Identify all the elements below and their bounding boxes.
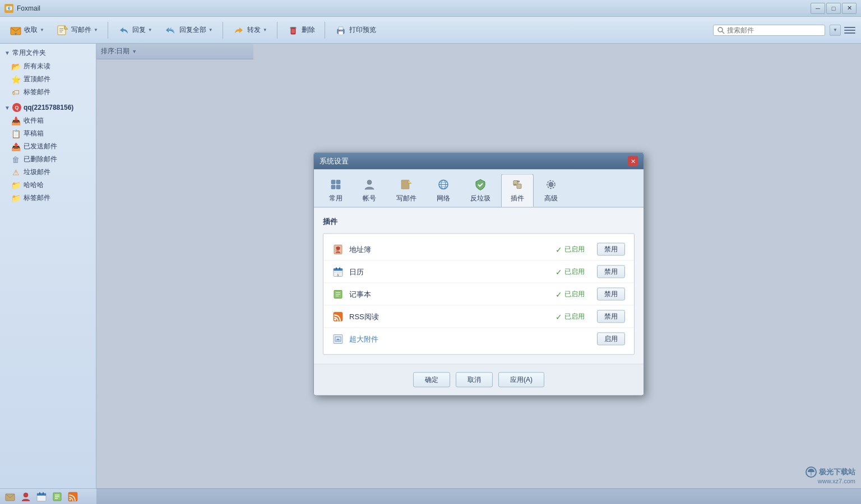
tab-network[interactable]: 网络 — [427, 174, 460, 207]
plugin-item-bigmail: 超大附件 启用 — [323, 328, 634, 350]
rss-icon — [332, 311, 344, 322]
check-icon: ✓ — [556, 290, 562, 298]
sidebar-item-junk[interactable]: ⚠ 垃圾邮件 — [0, 166, 96, 179]
svg-rect-60 — [43, 492, 44, 494]
reply-all-icon — [165, 24, 177, 36]
common-folders-header[interactable]: ▼ 常用文件夹 — [0, 46, 96, 60]
custom-folder-icon: 📁 — [11, 181, 20, 189]
svg-rect-19 — [331, 185, 335, 189]
sidebar-item-starred-label: 置顶邮件 — [24, 74, 50, 84]
plugin-calendar-status: ✓ 已启用 — [556, 267, 585, 277]
check-icon: ✓ — [556, 245, 562, 254]
delete-icon — [287, 24, 299, 36]
compose-tab-icon — [400, 178, 413, 192]
status-inbox-icon[interactable] — [4, 491, 16, 502]
sidebar-item-drafts[interactable]: 📋 草稿箱 — [0, 127, 96, 140]
settings-tab-bar: 常用 帐号 — [314, 170, 644, 208]
account-name: qq(2215788156) — [24, 104, 73, 111]
modal-titlebar: 系统设置 ✕ — [314, 153, 644, 170]
search-dropdown-button[interactable]: ▼ — [830, 25, 841, 36]
plugin-bigmail-enable-button[interactable]: 启用 — [597, 333, 625, 346]
sidebar-item-starred[interactable]: ⭐ 置顶邮件 — [0, 73, 96, 86]
tab-account[interactable]: 帐号 — [353, 174, 386, 207]
general-tab-icon — [329, 178, 342, 192]
delete-button[interactable]: 删除 — [282, 21, 320, 39]
search-input[interactable] — [727, 26, 811, 34]
settings-dialog: 系统设置 ✕ 常用 — [313, 152, 644, 396]
chevron-down-icon: ▼ — [833, 27, 837, 32]
app-icon: 📧 — [4, 4, 13, 13]
sidebar-item-deleted[interactable]: 🗑 已删除邮件 — [0, 153, 96, 166]
sidebar-item-labels[interactable]: 📁 标签邮件 — [0, 192, 96, 204]
toolbar-sep-1 — [108, 22, 108, 39]
svg-rect-40 — [334, 268, 342, 270]
sidebar-item-tagged[interactable]: 🏷 标签邮件 — [0, 86, 96, 99]
svg-point-50 — [334, 318, 336, 320]
svg-point-15 — [718, 27, 723, 32]
search-icon — [717, 26, 725, 34]
status-calendar-icon[interactable] — [36, 491, 47, 502]
apply-button[interactable]: 应用(A) — [498, 372, 544, 388]
modal-close-button[interactable]: ✕ — [628, 156, 638, 166]
print-button[interactable]: 打印预览 — [330, 21, 381, 39]
receive-button[interactable]: 收取 ▼ — [4, 21, 49, 39]
svg-rect-58 — [37, 493, 46, 496]
tab-general[interactable]: 常用 — [320, 174, 352, 207]
tab-advanced[interactable]: 高级 — [535, 174, 567, 207]
tab-general-label: 常用 — [329, 194, 342, 203]
common-folders-section: ▼ 常用文件夹 📂 所有未读 ⭐ 置顶邮件 🏷 标签邮件 — [0, 44, 96, 101]
sidebar-item-sent[interactable]: 📤 已发送邮件 — [0, 140, 96, 153]
plugin-item-rss: RSS阅读 ✓ 已启用 禁用 — [323, 306, 634, 328]
sidebar-item-inbox[interactable]: 📥 收件箱 — [0, 114, 96, 127]
sidebar-item-junk-label: 垃圾邮件 — [24, 167, 50, 177]
sidebar-item-tagged-label: 标签邮件 — [24, 87, 50, 97]
tab-plugins[interactable]: 插件 — [501, 174, 534, 207]
plugin-rss-disable-button[interactable]: 禁用 — [597, 310, 625, 323]
reply-all-button[interactable]: 回复全部 ▼ — [160, 21, 218, 39]
tab-compose[interactable]: 写邮件 — [387, 174, 426, 207]
ok-button[interactable]: 确定 — [413, 372, 450, 388]
menu-button[interactable] — [843, 24, 857, 37]
plugin-calendar-disable-button[interactable]: 禁用 — [597, 265, 625, 278]
svg-line-16 — [722, 31, 724, 34]
svg-rect-13 — [339, 31, 343, 35]
plugin-bigmail-name: 超大附件 — [349, 334, 579, 344]
reply-button[interactable]: 回复 ▼ — [113, 21, 158, 39]
compose-button[interactable]: 写邮件 ▼ — [52, 21, 103, 39]
main-layout: ▼ 常用文件夹 📂 所有未读 ⭐ 置顶邮件 🏷 标签邮件 ▼ Q qq(2215… — [0, 44, 861, 504]
minimize-button[interactable]: ─ — [811, 3, 825, 14]
shield-tab-icon — [474, 178, 487, 192]
star-folder-icon: ⭐ — [11, 76, 20, 83]
labels-folder-icon: 📁 — [11, 194, 20, 202]
cancel-button[interactable]: 取消 — [456, 372, 493, 388]
plugin-addressbook-disable-button[interactable]: 禁用 — [597, 243, 625, 256]
tab-antispam[interactable]: 反垃圾 — [461, 174, 500, 207]
tab-plugins-label: 插件 — [511, 194, 524, 203]
restore-button[interactable]: □ — [826, 3, 841, 14]
account-header[interactable]: ▼ Q qq(2215788156) — [0, 101, 96, 114]
sidebar-item-labels-label: 标签邮件 — [24, 193, 50, 203]
plugins-section-title: 插件 — [323, 217, 635, 227]
plugin-notes-disable-button[interactable]: 禁用 — [597, 288, 625, 301]
search-area — [713, 25, 825, 36]
sidebar-item-haha[interactable]: 📁 哈哈哈 — [0, 179, 96, 192]
status-rss-icon[interactable] — [67, 491, 78, 502]
close-button[interactable]: ✕ — [842, 3, 857, 14]
account-icon: Q — [12, 103, 21, 112]
svg-rect-20 — [336, 185, 340, 189]
sidebar-item-unread[interactable]: 📂 所有未读 — [0, 60, 96, 73]
status-notes-icon[interactable] — [52, 491, 63, 502]
check-icon: ✓ — [556, 267, 562, 276]
chevron-right-icon: ▼ — [4, 50, 10, 56]
junk-folder-icon: ⚠ — [11, 169, 20, 176]
drafts-folder-icon: 📋 — [11, 130, 20, 138]
svg-point-21 — [367, 180, 372, 185]
tab-network-label: 网络 — [437, 194, 450, 203]
advanced-tab-icon — [544, 178, 558, 192]
forward-button[interactable]: 转发 ▼ — [228, 21, 272, 39]
sidebar-item-deleted-label: 已删除邮件 — [24, 155, 57, 164]
tag-folder-icon: 🏷 — [11, 88, 20, 96]
svg-rect-12 — [339, 27, 343, 30]
svg-rect-17 — [331, 180, 335, 184]
status-contact-icon[interactable] — [20, 491, 31, 502]
